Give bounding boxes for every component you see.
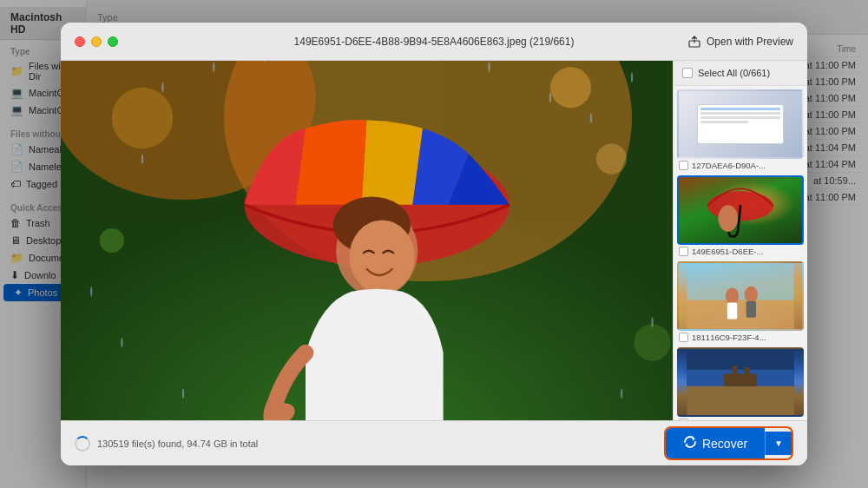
- select-all-checkbox[interactable]: [682, 68, 693, 78]
- svg-point-12: [213, 62, 214, 72]
- svg-rect-32: [687, 300, 794, 329]
- svg-rect-36: [746, 301, 756, 318]
- svg-point-17: [631, 72, 633, 82]
- thumbnail-image-3[interactable]: [677, 261, 804, 331]
- right-panel: Select All (0/661): [673, 61, 807, 420]
- traffic-lights: [75, 36, 118, 47]
- svg-point-35: [745, 287, 758, 303]
- thumbnail-label-row-2: 149E6951-D6EE-...: [677, 247, 804, 256]
- recover-button-group: Recover ▼: [664, 426, 793, 460]
- modal-footer: 130519 file(s) found, 94.74 GB in total: [61, 420, 807, 465]
- open-with-preview-button[interactable]: Open with Preview: [687, 35, 793, 49]
- thumbnail-image-1[interactable]: [677, 89, 804, 159]
- svg-point-24: [651, 317, 653, 327]
- svg-point-30: [718, 205, 738, 231]
- thumbnails-list[interactable]: 127DAEA6-D90A-...: [674, 86, 807, 420]
- svg-point-16: [590, 113, 592, 123]
- footer-status-text: 130519 file(s) found, 94.74 GB in total: [97, 439, 258, 449]
- recover-button[interactable]: Recover: [666, 428, 765, 458]
- chevron-down-icon: ▼: [774, 439, 783, 448]
- thumb-sky-svg: [679, 349, 802, 415]
- modal-titlebar: 149E6951-D6EE-4B88-9B94-5E8A4606E863.jpe…: [61, 23, 807, 61]
- main-image-area: [61, 61, 673, 420]
- svg-rect-42: [745, 367, 750, 376]
- svg-rect-39: [687, 386, 794, 415]
- svg-rect-34: [727, 303, 737, 320]
- svg-point-7: [596, 143, 627, 174]
- svg-point-15: [549, 93, 551, 103]
- footer-status: 130519 file(s) found, 94.74 GB in total: [75, 436, 258, 452]
- loading-spinner: [75, 436, 90, 452]
- svg-point-13: [141, 154, 143, 164]
- modal-title: 149E6951-D6EE-4B88-9B94-5E8A4606E863.jpe…: [75, 36, 793, 48]
- thumbnail-item-3[interactable]: 181116C9-F23F-4...: [677, 261, 804, 342]
- select-all-label: Select All (0/661): [698, 68, 770, 78]
- footer-right: Recover ▼: [664, 426, 793, 460]
- maximize-button[interactable]: [108, 36, 118, 47]
- svg-point-6: [550, 67, 591, 108]
- svg-rect-40: [724, 374, 757, 386]
- thumb-line: [700, 116, 779, 119]
- thumbnail-checkbox-1[interactable]: [679, 161, 688, 170]
- svg-rect-31: [687, 263, 794, 300]
- thumb-line: [700, 108, 779, 110]
- svg-point-20: [121, 338, 122, 348]
- svg-point-23: [621, 388, 622, 399]
- thumb-umbrella-svg: [679, 177, 802, 243]
- svg-point-22: [90, 287, 92, 297]
- thumbnail-image-4[interactable]: [677, 347, 804, 417]
- main-photo: [61, 61, 673, 420]
- close-button[interactable]: [75, 36, 85, 47]
- thumbnail-label-2: 149E6951-D6EE-...: [692, 247, 802, 256]
- svg-point-18: [488, 62, 490, 72]
- thumbnail-label-3: 181116C9-F23F-4...: [692, 333, 802, 342]
- thumbnail-item-2[interactable]: 149E6951-D6EE-...: [677, 175, 804, 256]
- modal-body: Select All (0/661): [61, 61, 807, 420]
- image-viewer-modal: 149E6951-D6EE-4B88-9B94-5E8A4606E863.jpe…: [61, 23, 807, 465]
- thumbnail-label-1: 127DAEA6-D90A-...: [692, 161, 802, 170]
- thumbnail-label-row-1: 127DAEA6-D90A-...: [677, 161, 804, 170]
- recover-label: Recover: [702, 437, 747, 451]
- minimize-button[interactable]: [91, 36, 102, 47]
- thumb-line: [700, 112, 779, 115]
- thumb-couple-svg: [679, 263, 802, 329]
- thumbnail-item-1[interactable]: 127DAEA6-D90A-...: [677, 89, 804, 170]
- select-all-bar: Select All (0/661): [674, 61, 807, 86]
- share-icon: [687, 35, 701, 49]
- thumbnail-image-2[interactable]: [677, 175, 804, 245]
- svg-point-5: [112, 88, 174, 149]
- svg-rect-41: [733, 366, 738, 375]
- svg-point-21: [182, 388, 184, 399]
- recover-icon: [683, 435, 697, 452]
- svg-point-33: [726, 288, 739, 305]
- thumbnail-checkbox-3[interactable]: [679, 333, 688, 342]
- recover-dropdown-button[interactable]: ▼: [765, 432, 792, 455]
- open-with-preview-label: Open with Preview: [707, 36, 793, 48]
- svg-point-27: [350, 221, 415, 294]
- thumb-doc-preview: [697, 104, 783, 144]
- svg-point-11: [161, 82, 163, 93]
- modal-overlay: 149E6951-D6EE-4B88-9B94-5E8A4606E863.jpe…: [0, 0, 868, 488]
- thumbnail-checkbox-2[interactable]: [679, 247, 688, 256]
- thumb-line: [700, 121, 748, 123]
- thumbnail-item-4[interactable]: 17CE2B60-3C6B-...: [677, 347, 804, 420]
- svg-point-9: [634, 324, 670, 360]
- svg-point-8: [100, 228, 124, 253]
- thumbnail-label-row-3: 181116C9-F23F-4...: [677, 333, 804, 342]
